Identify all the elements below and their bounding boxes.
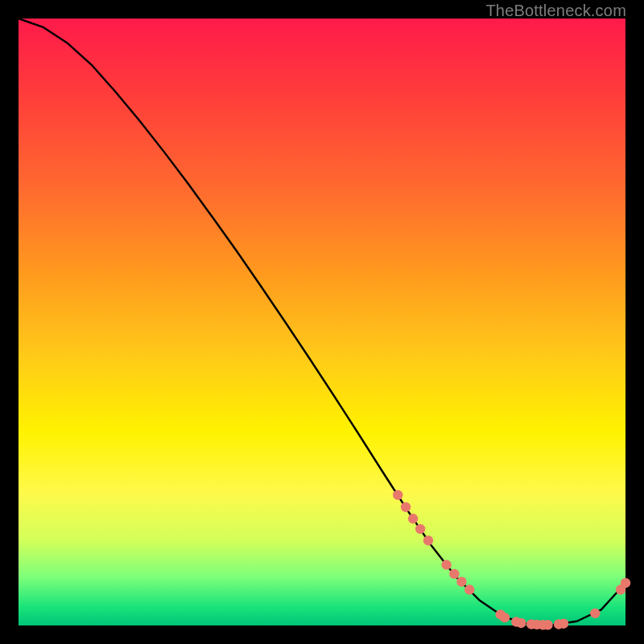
data-marker bbox=[543, 620, 552, 630]
data-marker bbox=[516, 618, 526, 628]
data-marker bbox=[621, 578, 630, 588]
marker-layer bbox=[393, 490, 630, 630]
data-marker bbox=[423, 535, 433, 545]
data-marker bbox=[441, 559, 451, 569]
data-marker bbox=[393, 490, 402, 500]
chart-svg bbox=[19, 19, 625, 625]
data-marker bbox=[456, 577, 466, 587]
plot-area bbox=[19, 19, 625, 625]
chart-stage: TheBottleneck.com bbox=[0, 0, 644, 644]
data-marker bbox=[449, 569, 459, 579]
data-marker bbox=[401, 502, 411, 512]
data-marker bbox=[464, 584, 474, 594]
data-marker bbox=[415, 524, 425, 534]
bottleneck-curve bbox=[19, 19, 625, 625]
data-marker bbox=[500, 613, 510, 622]
data-marker bbox=[559, 619, 568, 629]
data-marker bbox=[590, 609, 600, 618]
attribution-text: TheBottleneck.com bbox=[485, 2, 626, 20]
data-marker bbox=[408, 514, 418, 523]
